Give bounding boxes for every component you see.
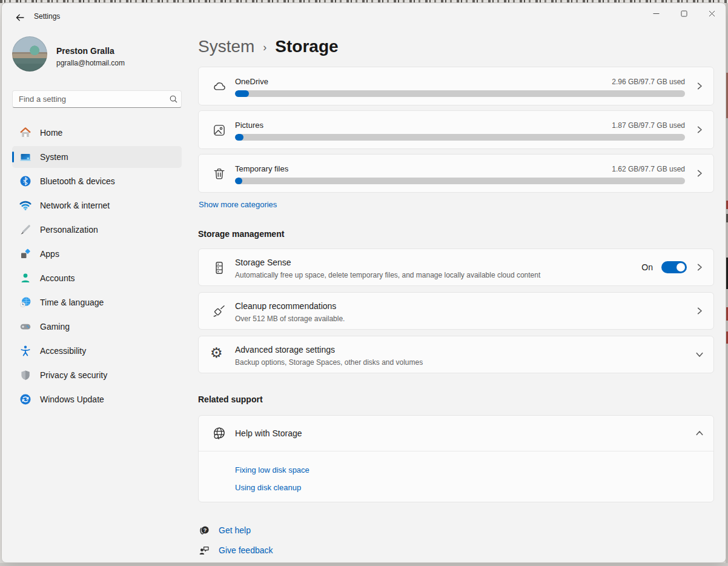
selected-indicator (12, 151, 14, 162)
close-button[interactable] (698, 3, 726, 24)
close-icon (709, 10, 715, 17)
home-icon (19, 127, 31, 139)
sidebar-item-privacy-security[interactable]: Privacy & security (12, 364, 182, 386)
related-support-heading: Related support (198, 395, 263, 404)
bluetooth-icon (19, 175, 31, 187)
chevron-right-icon (695, 125, 704, 134)
profile-name: Preston Gralla (56, 46, 114, 56)
storage-sense-row[interactable]: Storage Sense Automatically free up spac… (198, 248, 714, 286)
chevron-right-icon (695, 263, 704, 271)
row-title: Advanced storage settings (235, 345, 335, 355)
show-more-categories-link[interactable]: Show more categories (199, 200, 277, 209)
row-title: Cleanup recommendations (235, 301, 336, 311)
globe-search-icon (211, 425, 227, 441)
get-help-icon: ? (198, 524, 210, 536)
get-help-link[interactable]: ? Get help (198, 524, 251, 536)
window-controls (642, 3, 726, 24)
sidebar-item-time-language[interactable]: Time & language (12, 291, 182, 313)
breadcrumb: System › Storage (198, 37, 339, 56)
help-title: Help with Storage (235, 428, 302, 438)
row-title: Storage Sense (235, 258, 291, 267)
gear-icon: ⚙ (210, 345, 223, 361)
sidebar-item-personalization[interactable]: Personalization (12, 219, 182, 241)
help-card: Help with Storage Fixing low disk space … (198, 415, 714, 502)
sidebar-item-windows-update[interactable]: Windows Update (12, 388, 182, 410)
search-input[interactable] (13, 95, 165, 104)
app-title: Settings (34, 12, 60, 21)
trash-icon (211, 166, 227, 182)
cloud-icon (211, 79, 227, 95)
give-feedback-link[interactable]: Give feedback (198, 544, 273, 556)
sidebar-item-apps[interactable]: Apps (12, 243, 182, 265)
accounts-icon (19, 272, 31, 284)
search-icon[interactable] (165, 95, 181, 104)
background-bottom-strip (0, 563, 728, 566)
row-subtitle: Automatically free up space, delete temp… (235, 271, 540, 279)
row-subtitle: Over 512 MB of storage available. (235, 315, 345, 323)
storage-management-heading: Storage management (198, 229, 284, 239)
avatar[interactable] (12, 36, 47, 72)
sidebar-item-home[interactable]: Home (12, 122, 182, 144)
time-language-icon (19, 296, 31, 308)
chevron-down-icon (695, 350, 704, 359)
storage-sense-toggle[interactable] (661, 261, 687, 273)
system-icon (19, 151, 31, 163)
category-name: Pictures (235, 121, 263, 130)
row-subtitle: Backup options, Storage Spaces, other di… (235, 358, 423, 367)
category-name: Temporary files (235, 164, 288, 173)
sidebar-item-accounts[interactable]: Accounts (12, 267, 182, 289)
sidebar-item-bluetooth-devices[interactable]: Bluetooth & devices (12, 170, 182, 192)
chevron-right-icon (695, 307, 704, 315)
storage-category-temporary-files[interactable]: Temporary files 1.62 GB/97.7 GB used (198, 154, 714, 193)
help-link-using-disk-cleanup[interactable]: Using disk cleanup (235, 483, 301, 492)
storage-category-onedrive[interactable]: OneDrive 2.96 GB/97.7 GB used (198, 67, 714, 105)
chevron-up-icon (695, 429, 704, 438)
toggle-knob (677, 263, 685, 271)
picture-icon (211, 122, 227, 138)
back-arrow-icon (15, 13, 25, 22)
progress-bar (235, 134, 685, 141)
help-link-fixing-low-disk-space[interactable]: Fixing low disk space (235, 465, 309, 474)
divider (199, 451, 713, 451)
chevron-right-icon (695, 169, 704, 178)
category-usage: 1.62 GB/97.7 GB used (612, 165, 685, 173)
search-box (12, 90, 182, 108)
breadcrumb-separator-icon: › (263, 41, 266, 54)
page-title: Storage (275, 37, 338, 56)
maximize-icon (681, 10, 687, 17)
network-icon (19, 199, 31, 211)
windows-update-icon (19, 393, 31, 405)
give-feedback-icon (198, 544, 210, 556)
breadcrumb-parent[interactable]: System (198, 37, 254, 56)
storage-sense-icon (211, 260, 227, 276)
privacy-security-icon (19, 369, 31, 381)
sidebar-item-accessibility[interactable]: Accessibility (12, 340, 182, 362)
progress-bar (235, 90, 685, 97)
sidebar-item-system[interactable]: System (12, 146, 182, 168)
category-usage: 1.87 GB/97.7 GB used (612, 121, 685, 130)
sidebar-item-network-internet[interactable]: Network & internet (12, 195, 182, 216)
advanced-storage-settings-row[interactable]: ⚙ Advanced storage settings Backup optio… (198, 336, 714, 373)
broom-icon (211, 304, 227, 319)
category-usage: 2.96 GB/97.7 GB used (612, 78, 685, 86)
chevron-right-icon (695, 82, 704, 90)
sidebar-nav: Home System Bluetooth & devices (12, 122, 182, 413)
cleanup-recommendations-row[interactable]: Cleanup recommendations Over 512 MB of s… (198, 292, 714, 330)
sidebar-item-gaming[interactable]: Gaming (12, 316, 182, 338)
back-button[interactable] (10, 10, 30, 25)
category-name: OneDrive (235, 77, 268, 86)
gaming-icon (19, 321, 31, 333)
settings-window: Settings Preston Gralla pgralla@hotmail.… (1, 2, 726, 563)
help-with-storage-row[interactable]: Help with Storage (199, 416, 713, 451)
minimize-icon (653, 10, 660, 17)
personalization-icon (19, 224, 31, 236)
toggle-state-label: On (641, 262, 653, 272)
progress-bar (235, 178, 685, 184)
maximize-button[interactable] (670, 3, 698, 24)
apps-icon (19, 248, 31, 260)
accessibility-icon (19, 345, 31, 357)
minimize-button[interactable] (642, 3, 670, 24)
svg-text:?: ? (204, 527, 207, 533)
profile-email: pgralla@hotmail.com (56, 59, 125, 67)
storage-category-pictures[interactable]: Pictures 1.87 GB/97.7 GB used (198, 110, 714, 149)
